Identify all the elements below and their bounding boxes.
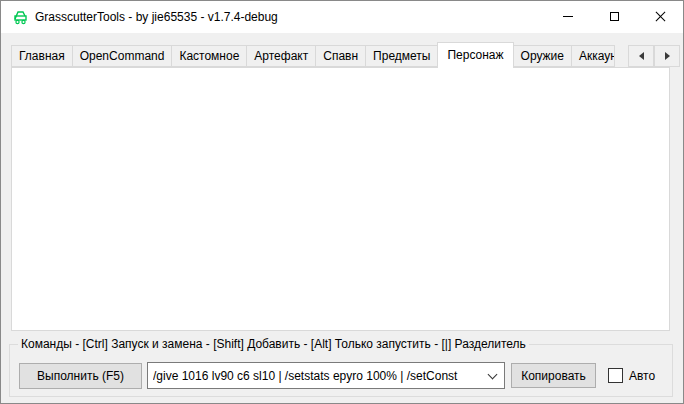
tab-account[interactable]: Аккаунт bbox=[571, 45, 615, 67]
groupbox-commands-title: Команды - [Ctrl] Запуск и замена - [Shif… bbox=[18, 337, 529, 351]
app-window: GrasscutterTools - by jie65535 - v1.7.4-… bbox=[0, 0, 684, 404]
tab-scrollers bbox=[628, 45, 680, 67]
run-command-button[interactable]: Выполнить (F5) bbox=[19, 363, 142, 389]
grasscutter-logo-icon bbox=[12, 9, 30, 25]
tab-scroll-right-button[interactable] bbox=[654, 45, 680, 67]
command-input-value: /give 1016 lv90 c6 sl10 | /setstats epyr… bbox=[153, 369, 485, 383]
right-arrow-icon bbox=[665, 52, 670, 60]
tab-character[interactable]: Персонаж bbox=[437, 42, 513, 68]
minimize-icon bbox=[563, 16, 573, 17]
copy-command-button[interactable]: Копировать bbox=[511, 363, 596, 388]
tab-spawn[interactable]: Спавн bbox=[315, 45, 366, 67]
title-bar: GrasscutterTools - by jie65535 - v1.7.4-… bbox=[1, 1, 683, 33]
groupbox-commands: Команды - [Ctrl] Запуск и замена - [Shif… bbox=[9, 344, 673, 397]
tab-page-character bbox=[11, 67, 670, 331]
close-icon bbox=[655, 11, 666, 22]
tab-scroll-left-button[interactable] bbox=[628, 45, 654, 67]
command-input[interactable]: /give 1016 lv90 c6 sl10 | /setstats epyr… bbox=[147, 362, 505, 389]
close-button[interactable] bbox=[637, 1, 683, 32]
maximize-icon bbox=[610, 12, 619, 21]
tab-custom[interactable]: Кастомное bbox=[171, 45, 247, 67]
tab-weapon[interactable]: Оружие bbox=[513, 45, 572, 67]
minimize-button[interactable] bbox=[545, 1, 591, 32]
chevron-down-icon bbox=[488, 369, 498, 379]
left-arrow-icon bbox=[639, 52, 644, 60]
tab-opencommand[interactable]: OpenCommand bbox=[72, 45, 173, 67]
tab-strip: Главная OpenCommand Кастомное Артефакт С… bbox=[11, 41, 614, 67]
auto-checkbox-label: Авто bbox=[629, 369, 655, 384]
tab-main[interactable]: Главная bbox=[11, 45, 73, 67]
tab-items[interactable]: Предметы bbox=[365, 45, 438, 67]
maximize-button[interactable] bbox=[591, 1, 637, 32]
tab-artifact[interactable]: Артефакт bbox=[246, 45, 316, 67]
auto-checkbox[interactable] bbox=[608, 368, 623, 383]
window-title: GrasscutterTools - by jie65535 - v1.7.4-… bbox=[35, 10, 278, 24]
